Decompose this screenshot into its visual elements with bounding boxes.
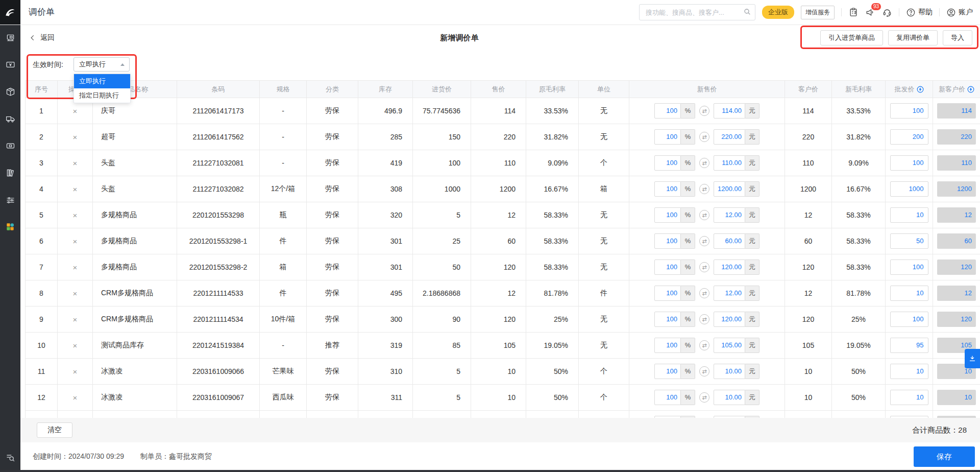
- new-customer-price-input[interactable]: 110: [937, 155, 976, 171]
- remove-row-button[interactable]: ×: [58, 159, 92, 168]
- remove-row-button[interactable]: ×: [58, 341, 92, 350]
- global-search[interactable]: [639, 4, 755, 20]
- new-price-yuan-input[interactable]: 12.00: [714, 286, 745, 301]
- remove-row-button[interactable]: ×: [58, 133, 92, 141]
- remove-row-button[interactable]: ×: [58, 367, 92, 376]
- new-price-yuan-input[interactable]: 120.00: [714, 312, 745, 327]
- search-input[interactable]: [645, 5, 737, 19]
- value-added-services-button[interactable]: 增值服务: [801, 6, 835, 19]
- new-price-yuan-input[interactable]: 60.00: [714, 233, 745, 249]
- dropdown-option-immediate[interactable]: 立即执行: [74, 74, 130, 88]
- new-price-percent-input[interactable]: 100: [654, 155, 681, 171]
- new-price-yuan-input[interactable]: 120.00: [714, 259, 745, 275]
- new-price-yuan-input[interactable]: 10.00: [714, 364, 745, 379]
- clipboard-icon[interactable]: [848, 7, 859, 17]
- percent-yuan-swap-toggle[interactable]: ⇄: [699, 210, 709, 220]
- back-button[interactable]: 返回: [29, 25, 55, 50]
- wholesale-price-input[interactable]: 10: [890, 364, 928, 379]
- clear-button[interactable]: 清空: [37, 422, 72, 438]
- wholesale-price-input[interactable]: 100: [890, 103, 928, 119]
- new-price-percent-input[interactable]: 100: [654, 338, 681, 353]
- new-price-yuan-input[interactable]: 220.00: [714, 129, 745, 145]
- export-download-button[interactable]: [965, 349, 980, 368]
- new-customer-price-input[interactable]: 1200: [937, 181, 976, 197]
- new-customer-price-input[interactable]: 60: [937, 233, 976, 249]
- save-button[interactable]: 保存: [914, 446, 975, 467]
- new-customer-price-input[interactable]: 120: [937, 259, 976, 275]
- new-price-yuan-input[interactable]: 10.00: [714, 390, 745, 405]
- percent-yuan-swap-toggle[interactable]: ⇄: [699, 340, 709, 350]
- ledger-books-icon[interactable]: [5, 167, 16, 178]
- search-icon[interactable]: [743, 8, 751, 16]
- banknote-icon[interactable]: [5, 59, 16, 70]
- wholesale-price-input[interactable]: 95: [890, 338, 928, 353]
- percent-yuan-swap-toggle[interactable]: ⇄: [699, 184, 709, 194]
- percent-yuan-swap-toggle[interactable]: ⇄: [699, 314, 709, 324]
- new-customer-price-input[interactable]: 114: [937, 103, 976, 119]
- wholesale-price-input[interactable]: 50: [890, 233, 928, 249]
- percent-yuan-swap-toggle[interactable]: ⇄: [699, 132, 709, 142]
- new-customer-price-input[interactable]: 12: [937, 286, 976, 301]
- app-logo[interactable]: [0, 0, 20, 25]
- truck-icon[interactable]: [5, 113, 16, 124]
- card-reader-icon[interactable]: [5, 140, 16, 151]
- account-menu[interactable]: 账户: [946, 8, 973, 17]
- new-price-yuan-input[interactable]: 114.00: [714, 103, 745, 119]
- new-price-percent-input[interactable]: 100: [654, 286, 681, 301]
- new-price-percent-input[interactable]: 100: [654, 312, 681, 327]
- import-button[interactable]: 导入: [943, 30, 972, 45]
- remove-row-button[interactable]: ×: [58, 237, 92, 246]
- pos-register-icon[interactable]: [5, 32, 16, 43]
- new-price-percent-input[interactable]: 100: [654, 181, 681, 197]
- apps-grid-icon[interactable]: [5, 221, 16, 232]
- reuse-price-adjustment-button[interactable]: 复用调价单: [888, 30, 938, 45]
- new-price-percent-input[interactable]: 100: [654, 129, 681, 145]
- package-icon[interactable]: [5, 86, 16, 97]
- new-price-percent-input[interactable]: 100: [654, 233, 681, 249]
- new-price-percent-input[interactable]: 100: [654, 259, 681, 275]
- new-customer-price-input[interactable]: 12: [937, 207, 976, 223]
- wholesale-price-input[interactable]: 100: [890, 312, 928, 327]
- remove-row-button[interactable]: ×: [58, 185, 92, 194]
- wholesale-price-input[interactable]: 200: [890, 129, 928, 145]
- new-price-percent-input[interactable]: 100: [654, 103, 681, 119]
- percent-yuan-swap-toggle[interactable]: ⇄: [699, 366, 709, 376]
- new-price-yuan-input[interactable]: 110.00: [714, 155, 745, 171]
- percent-yuan-swap-toggle[interactable]: ⇄: [699, 106, 709, 116]
- effective-time-select[interactable]: 立即执行: [74, 57, 130, 72]
- wholesale-price-input[interactable]: 100: [890, 155, 928, 171]
- edition-badge[interactable]: 企业版: [762, 6, 794, 19]
- import-purchase-order-items-button[interactable]: 引入进货单商品: [820, 30, 883, 45]
- remove-row-button[interactable]: ×: [58, 107, 92, 115]
- percent-yuan-swap-toggle[interactable]: ⇄: [699, 262, 709, 272]
- new-price-yuan-input[interactable]: 105.00: [714, 338, 745, 353]
- percent-yuan-swap-toggle[interactable]: ⇄: [699, 158, 709, 168]
- sliders-icon[interactable]: [5, 194, 16, 205]
- wholesale-price-input[interactable]: 1000: [890, 181, 928, 197]
- remove-row-button[interactable]: ×: [58, 393, 92, 402]
- new-customer-price-input[interactable]: 120: [937, 312, 976, 327]
- help-menu[interactable]: 帮助: [906, 8, 933, 17]
- megaphone-icon[interactable]: 93: [865, 7, 875, 17]
- new-price-yuan-input[interactable]: 1200.00: [714, 181, 745, 197]
- new-customer-price-input[interactable]: 10: [937, 390, 976, 405]
- wholesale-price-input[interactable]: 10: [890, 207, 928, 223]
- new-price-yuan-input[interactable]: 12.00: [714, 207, 745, 223]
- wholesale-price-input[interactable]: 10: [890, 390, 928, 405]
- remove-row-button[interactable]: ×: [58, 315, 92, 324]
- new-price-percent-input[interactable]: 100: [654, 364, 681, 379]
- new-price-percent-input[interactable]: 100: [654, 207, 681, 223]
- new-price-percent-input[interactable]: 100: [654, 390, 681, 405]
- remove-row-button[interactable]: ×: [58, 211, 92, 220]
- remove-row-button[interactable]: ×: [58, 263, 92, 272]
- new-customer-price-input[interactable]: 220: [937, 129, 976, 145]
- dropdown-option-scheduled[interactable]: 指定日期执行: [74, 88, 130, 103]
- percent-yuan-swap-toggle[interactable]: ⇄: [699, 288, 709, 298]
- percent-yuan-swap-toggle[interactable]: ⇄: [699, 236, 709, 246]
- list-search-icon[interactable]: [5, 452, 16, 463]
- headset-icon[interactable]: [882, 7, 892, 17]
- wholesale-price-input[interactable]: 10: [890, 286, 928, 301]
- percent-yuan-swap-toggle[interactable]: ⇄: [699, 392, 709, 403]
- remove-row-button[interactable]: ×: [58, 289, 92, 298]
- wholesale-price-input[interactable]: 100: [890, 259, 928, 275]
